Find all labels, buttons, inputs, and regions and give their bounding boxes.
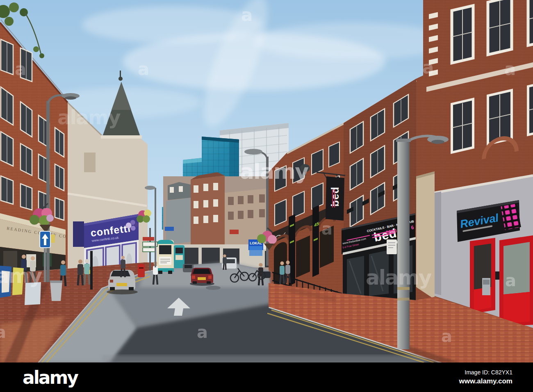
image-id: Image ID: C82YX1 — [459, 369, 512, 376]
alamy-footer-bar: alamy Image ID: C82YX1 www.alamy.com — [0, 362, 533, 392]
red-car — [190, 268, 214, 286]
alamy-logo: alamy — [23, 367, 77, 388]
litter-bin — [50, 280, 62, 301]
double-decker-bus — [157, 240, 174, 274]
distant-blue-sign — [165, 227, 174, 231]
photo-scene: LOKAL READING COUNTY COURT — [0, 0, 533, 362]
postbox — [138, 264, 145, 277]
stock-photo-page: LOKAL READING COUNTY COURT — [0, 0, 533, 392]
bollard — [90, 251, 93, 289]
second-bus — [174, 245, 184, 268]
grey-car — [183, 264, 194, 272]
silver-car — [107, 270, 138, 294]
alamy-website: www.alamy.com — [459, 377, 512, 385]
